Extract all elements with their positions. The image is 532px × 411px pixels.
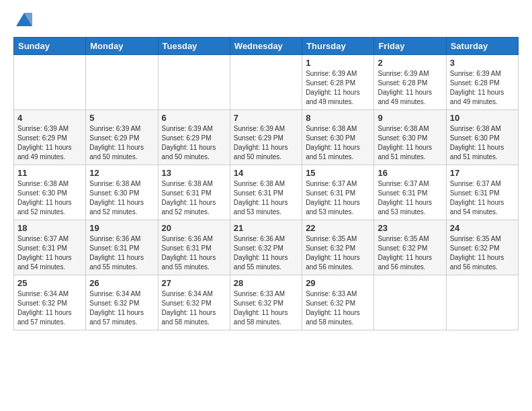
calendar-cell: [374, 275, 446, 330]
day-number: 5: [89, 113, 154, 123]
calendar-cell: 17Sunrise: 6:37 AMSunset: 6:31 PMDayligh…: [446, 165, 518, 220]
day-number: 9: [378, 113, 442, 123]
day-info: Sunrise: 6:38 AMSunset: 6:30 PMDaylight:…: [378, 124, 442, 162]
calendar-cell: 29Sunrise: 6:33 AMSunset: 6:32 PMDayligh…: [302, 275, 374, 330]
calendar-cell: 1Sunrise: 6:39 AMSunset: 6:28 PMDaylight…: [302, 55, 374, 110]
calendar-cell: [158, 55, 230, 110]
day-number: 17: [450, 168, 515, 178]
day-info: Sunrise: 6:34 AMSunset: 6:32 PMDaylight:…: [162, 289, 226, 327]
week-row-4: 18Sunrise: 6:37 AMSunset: 6:31 PMDayligh…: [14, 220, 519, 275]
day-number: 23: [378, 223, 442, 233]
day-number: 18: [17, 223, 82, 233]
day-info: Sunrise: 6:36 AMSunset: 6:31 PMDaylight:…: [162, 234, 226, 272]
day-info: Sunrise: 6:34 AMSunset: 6:32 PMDaylight:…: [89, 289, 154, 327]
day-info: Sunrise: 6:39 AMSunset: 6:28 PMDaylight:…: [450, 69, 515, 107]
calendar-cell: 11Sunrise: 6:38 AMSunset: 6:30 PMDayligh…: [14, 165, 86, 220]
calendar-cell: 15Sunrise: 6:37 AMSunset: 6:31 PMDayligh…: [302, 165, 374, 220]
day-number: 24: [450, 223, 515, 233]
day-info: Sunrise: 6:38 AMSunset: 6:30 PMDaylight:…: [450, 124, 515, 162]
day-number: 14: [234, 168, 298, 178]
day-number: 21: [234, 223, 298, 233]
day-info: Sunrise: 6:33 AMSunset: 6:32 PMDaylight:…: [234, 289, 298, 327]
day-info: Sunrise: 6:38 AMSunset: 6:31 PMDaylight:…: [234, 179, 298, 217]
calendar-cell: 23Sunrise: 6:35 AMSunset: 6:32 PMDayligh…: [374, 220, 446, 275]
day-number: 26: [89, 278, 154, 288]
day-number: 8: [306, 113, 370, 123]
day-info: Sunrise: 6:36 AMSunset: 6:32 PMDaylight:…: [234, 234, 298, 272]
calendar-cell: 4Sunrise: 6:39 AMSunset: 6:29 PMDaylight…: [14, 110, 86, 165]
calendar-cell: 14Sunrise: 6:38 AMSunset: 6:31 PMDayligh…: [230, 165, 302, 220]
calendar-cell: 28Sunrise: 6:33 AMSunset: 6:32 PMDayligh…: [230, 275, 302, 330]
header: [13, 10, 519, 32]
calendar-cell: [230, 55, 302, 110]
day-info: Sunrise: 6:35 AMSunset: 6:32 PMDaylight:…: [450, 234, 515, 272]
col-header-wednesday: Wednesday: [230, 38, 302, 55]
calendar-cell: 12Sunrise: 6:38 AMSunset: 6:30 PMDayligh…: [86, 165, 158, 220]
day-number: 11: [17, 168, 82, 178]
calendar-cell: [446, 275, 518, 330]
calendar-cell: 18Sunrise: 6:37 AMSunset: 6:31 PMDayligh…: [14, 220, 86, 275]
calendar-cell: 3Sunrise: 6:39 AMSunset: 6:28 PMDaylight…: [446, 55, 518, 110]
calendar-cell: [86, 55, 158, 110]
logo: [13, 10, 34, 32]
col-header-friday: Friday: [374, 38, 446, 55]
week-row-2: 4Sunrise: 6:39 AMSunset: 6:29 PMDaylight…: [14, 110, 519, 165]
calendar-cell: 6Sunrise: 6:39 AMSunset: 6:29 PMDaylight…: [158, 110, 230, 165]
logo-icon: [15, 10, 34, 29]
day-number: 19: [89, 223, 154, 233]
day-info: Sunrise: 6:39 AMSunset: 6:28 PMDaylight:…: [306, 69, 370, 107]
day-info: Sunrise: 6:37 AMSunset: 6:31 PMDaylight:…: [450, 179, 515, 217]
day-info: Sunrise: 6:39 AMSunset: 6:29 PMDaylight:…: [234, 124, 298, 162]
day-number: 3: [450, 58, 515, 68]
week-row-1: 1Sunrise: 6:39 AMSunset: 6:28 PMDaylight…: [14, 55, 519, 110]
calendar: SundayMondayTuesdayWednesdayThursdayFrid…: [13, 37, 519, 330]
day-number: 1: [306, 58, 370, 68]
day-number: 28: [234, 278, 298, 288]
day-info: Sunrise: 6:38 AMSunset: 6:30 PMDaylight:…: [306, 124, 370, 162]
calendar-cell: 24Sunrise: 6:35 AMSunset: 6:32 PMDayligh…: [446, 220, 518, 275]
day-number: 6: [162, 113, 226, 123]
calendar-cell: 8Sunrise: 6:38 AMSunset: 6:30 PMDaylight…: [302, 110, 374, 165]
day-info: Sunrise: 6:39 AMSunset: 6:29 PMDaylight:…: [17, 124, 82, 162]
day-info: Sunrise: 6:35 AMSunset: 6:32 PMDaylight:…: [378, 234, 442, 272]
calendar-cell: 9Sunrise: 6:38 AMSunset: 6:30 PMDaylight…: [374, 110, 446, 165]
day-info: Sunrise: 6:38 AMSunset: 6:30 PMDaylight:…: [17, 179, 82, 217]
calendar-cell: 21Sunrise: 6:36 AMSunset: 6:32 PMDayligh…: [230, 220, 302, 275]
calendar-cell: 16Sunrise: 6:37 AMSunset: 6:31 PMDayligh…: [374, 165, 446, 220]
day-number: 20: [162, 223, 226, 233]
day-info: Sunrise: 6:39 AMSunset: 6:29 PMDaylight:…: [89, 124, 154, 162]
calendar-cell: 20Sunrise: 6:36 AMSunset: 6:31 PMDayligh…: [158, 220, 230, 275]
calendar-cell: 5Sunrise: 6:39 AMSunset: 6:29 PMDaylight…: [86, 110, 158, 165]
day-number: 7: [234, 113, 298, 123]
day-info: Sunrise: 6:33 AMSunset: 6:32 PMDaylight:…: [306, 289, 370, 327]
day-info: Sunrise: 6:38 AMSunset: 6:30 PMDaylight:…: [89, 179, 154, 217]
calendar-cell: 13Sunrise: 6:38 AMSunset: 6:31 PMDayligh…: [158, 165, 230, 220]
week-row-5: 25Sunrise: 6:34 AMSunset: 6:32 PMDayligh…: [14, 275, 519, 330]
day-info: Sunrise: 6:35 AMSunset: 6:32 PMDaylight:…: [306, 234, 370, 272]
day-info: Sunrise: 6:36 AMSunset: 6:31 PMDaylight:…: [89, 234, 154, 272]
day-number: 12: [89, 168, 154, 178]
calendar-cell: 25Sunrise: 6:34 AMSunset: 6:32 PMDayligh…: [14, 275, 86, 330]
calendar-cell: 2Sunrise: 6:39 AMSunset: 6:28 PMDaylight…: [374, 55, 446, 110]
week-row-3: 11Sunrise: 6:38 AMSunset: 6:30 PMDayligh…: [14, 165, 519, 220]
calendar-cell: [14, 55, 86, 110]
calendar-cell: 22Sunrise: 6:35 AMSunset: 6:32 PMDayligh…: [302, 220, 374, 275]
day-number: 29: [306, 278, 370, 288]
day-number: 16: [378, 168, 442, 178]
day-number: 27: [162, 278, 226, 288]
day-info: Sunrise: 6:39 AMSunset: 6:28 PMDaylight:…: [378, 69, 442, 107]
day-info: Sunrise: 6:37 AMSunset: 6:31 PMDaylight:…: [17, 234, 82, 272]
col-header-tuesday: Tuesday: [158, 38, 230, 55]
col-header-thursday: Thursday: [302, 38, 374, 55]
calendar-cell: 19Sunrise: 6:36 AMSunset: 6:31 PMDayligh…: [86, 220, 158, 275]
day-number: 10: [450, 113, 515, 123]
day-number: 22: [306, 223, 370, 233]
calendar-cell: 26Sunrise: 6:34 AMSunset: 6:32 PMDayligh…: [86, 275, 158, 330]
day-info: Sunrise: 6:37 AMSunset: 6:31 PMDaylight:…: [378, 179, 442, 217]
day-info: Sunrise: 6:38 AMSunset: 6:31 PMDaylight:…: [162, 179, 226, 217]
day-number: 2: [378, 58, 442, 68]
day-number: 15: [306, 168, 370, 178]
col-header-sunday: Sunday: [14, 38, 86, 55]
col-header-saturday: Saturday: [446, 38, 518, 55]
day-number: 4: [17, 113, 82, 123]
